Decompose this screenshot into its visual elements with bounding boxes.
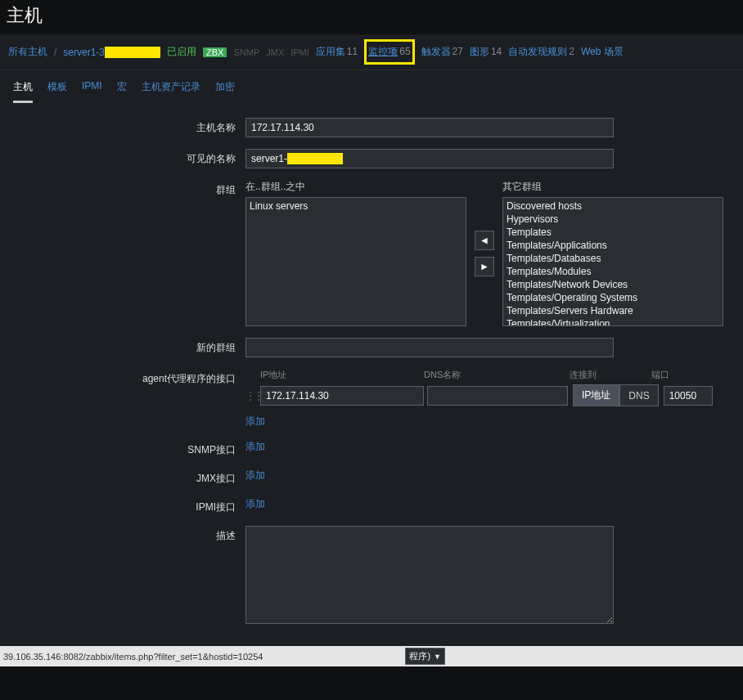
proto-snmp: SNMP [233,47,259,57]
nav-triggers[interactable]: 触发器27 [421,45,463,59]
status-enabled: 已启用 [167,45,196,59]
col-connect: 连接到 [570,369,651,381]
proto-ipmi: IPMI [290,47,309,57]
redacted-text: xxxxxxxxxx [287,153,343,164]
list-item[interactable]: Templates/Operating Systems [505,291,721,304]
breadcrumb-sep: / [54,47,56,58]
redacted-text: xxxxxxxxxx [105,47,160,58]
agent-iface-label: agent代理程序的接口 [8,369,245,386]
list-item[interactable]: Templates/Virtualization [505,317,721,326]
col-dns: DNS名称 [424,369,570,381]
agent-iface-row: ⋮⋮ IP地址 DNS [245,384,735,406]
connect-ip-button[interactable]: IP地址 [573,384,619,406]
other-groups-header: 其它群组 [502,180,723,194]
connect-dns-button[interactable]: DNS [619,384,658,406]
breadcrumb-bar: 所有主机 / server1-3xxxxxxxxxx 已启用 ZBX SNMP … [0,34,743,70]
jmx-label: JMX接口 [8,469,245,486]
host-form: 主机名称 可见的名称 server1-xxxxxxxxxx 群组 在..群组..… [0,103,743,646]
nav-graphs[interactable]: 图形14 [470,45,502,59]
agent-port-input[interactable] [664,386,713,406]
agent-add-link[interactable]: 添加 [245,415,265,429]
chevron-down-icon: ▼ [434,653,441,661]
list-item[interactable]: Templates/Databases [505,252,721,265]
visible-name-input[interactable]: server1-xxxxxxxxxx [245,149,614,168]
tab-templates[interactable]: 模板 [47,77,67,103]
tab-encryption[interactable]: 加密 [215,77,235,103]
snmp-add-link[interactable]: 添加 [245,440,265,454]
ipmi-iface-label: IPMI接口 [8,497,245,514]
breadcrumb-hostname[interactable]: server1-3xxxxxxxxxx [63,47,160,58]
drag-handle-icon[interactable]: ⋮⋮ [245,390,257,402]
move-right-button[interactable]: ► [475,257,494,276]
monitored-by-select[interactable]: 程序) ▼ [405,648,445,665]
snmp-label: SNMP接口 [8,440,245,457]
status-bar: 39.106.35.146:8082/zabbix/items.php?filt… [0,646,743,666]
list-item[interactable]: Hypervisors [505,213,721,226]
page-title: 主机 [0,0,743,34]
list-item[interactable]: Templates/Network Devices [505,278,721,291]
in-groups-listbox[interactable]: Linux servers [245,197,466,326]
list-item[interactable]: Discovered hosts [505,200,721,213]
tab-macros[interactable]: 宏 [117,77,127,103]
visible-name-label: 可见的名称 [8,149,245,166]
nav-discovery[interactable]: 自动发现规则2 [508,45,574,59]
all-hosts-link[interactable]: 所有主机 [8,45,47,59]
hostname-prefix: server1-3 [63,47,105,58]
col-ip: IP地址 [245,369,424,381]
jmx-add-link[interactable]: 添加 [245,469,265,482]
host-name-input[interactable] [245,118,614,137]
new-group-input[interactable] [245,338,614,357]
nav-items-highlight[interactable]: 监控项65 [364,39,414,65]
list-item[interactable]: Templates/Servers Hardware [505,304,721,317]
nav-web[interactable]: Web 场景 [581,45,624,59]
agent-dns-input[interactable] [427,386,568,406]
col-port: 端口 [651,369,700,381]
host-name-label: 主机名称 [8,118,245,135]
in-groups-header: 在..群组..之中 [245,180,466,194]
groups-label: 群组 [8,180,245,197]
iface-header: IP地址 DNS名称 连接到 端口 [245,369,735,381]
tab-inventory[interactable]: 主机资产记录 [142,77,200,103]
agent-ip-input[interactable] [260,386,424,406]
list-item[interactable]: Templates [505,226,721,239]
list-item[interactable]: Templates/Applications [505,239,721,252]
zbx-badge: ZBX [203,47,227,57]
new-group-label: 新的群组 [8,338,245,355]
tab-ipmi[interactable]: IPMI [82,77,102,103]
other-groups-listbox[interactable]: Discovered hosts Hypervisors Templates T… [502,197,723,326]
list-item[interactable]: Linux servers [248,200,464,213]
tab-bar: 主机 模板 IPMI 宏 主机资产记录 加密 [0,70,743,103]
monitored-text: 程序) [409,650,430,662]
nav-apps[interactable]: 应用集11 [316,45,358,59]
move-left-button[interactable]: ◄ [475,231,494,250]
ipmi-add-link[interactable]: 添加 [245,497,265,511]
status-url: 39.106.35.146:8082/zabbix/items.php?filt… [3,652,263,662]
proto-jmx: JMX [266,47,284,57]
description-textarea[interactable] [245,526,614,624]
tab-host[interactable]: 主机 [13,77,33,103]
visible-name-prefix: server1- [251,153,287,164]
list-item[interactable]: Templates/Modules [505,265,721,278]
desc-label: 描述 [8,526,245,543]
